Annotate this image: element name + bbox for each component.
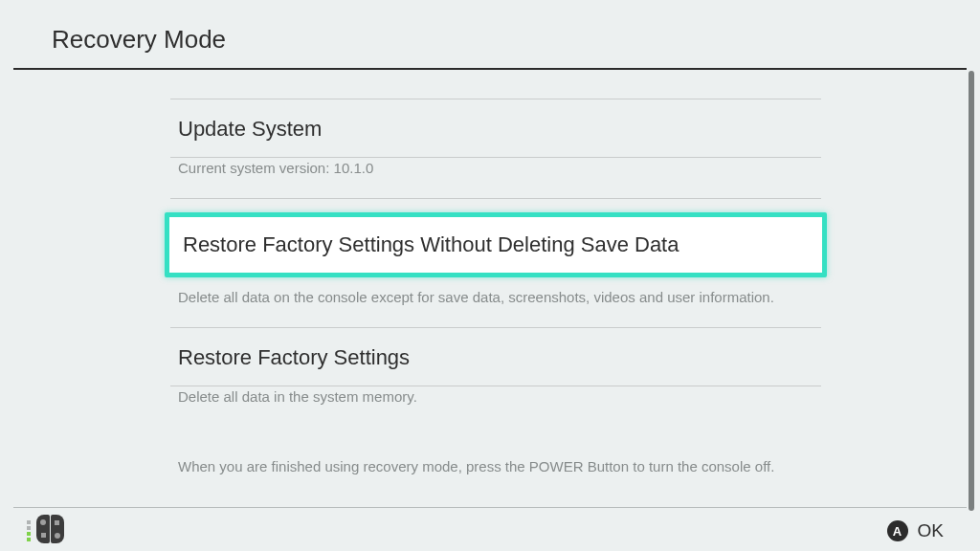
scrollbar[interactable] [969, 71, 974, 511]
controller-icon [27, 515, 64, 543]
option-title: Restore Factory Settings Without Deletin… [183, 232, 809, 257]
footer-divider [13, 507, 967, 508]
option-restore-factory[interactable]: Restore Factory Settings [170, 328, 821, 386]
page-title: Recovery Mode [52, 25, 980, 55]
option-update-system[interactable]: Update System [170, 99, 821, 157]
header-divider [13, 68, 967, 70]
joycon-icon [36, 515, 64, 543]
finish-note: When you are finished using recovery mod… [170, 426, 821, 474]
ok-hint[interactable]: A OK [887, 520, 944, 541]
option-description: Current system version: 10.1.0 [170, 158, 821, 198]
option-description: Delete all data on the console except fo… [170, 287, 821, 327]
option-restore-keep-save[interactable]: Restore Factory Settings Without Deletin… [165, 212, 827, 277]
option-title: Update System [170, 99, 821, 157]
a-button-icon: A [887, 520, 908, 541]
option-title: Restore Factory Settings [170, 328, 821, 386]
option-description: Delete all data in the system memory. [170, 386, 821, 427]
footer: A OK [0, 507, 980, 551]
ok-label: OK [918, 520, 944, 541]
divider [170, 198, 821, 199]
options-list: Update System Current system version: 10… [170, 99, 821, 474]
battery-bars-icon [27, 520, 31, 541]
header: Recovery Mode [0, 0, 980, 68]
